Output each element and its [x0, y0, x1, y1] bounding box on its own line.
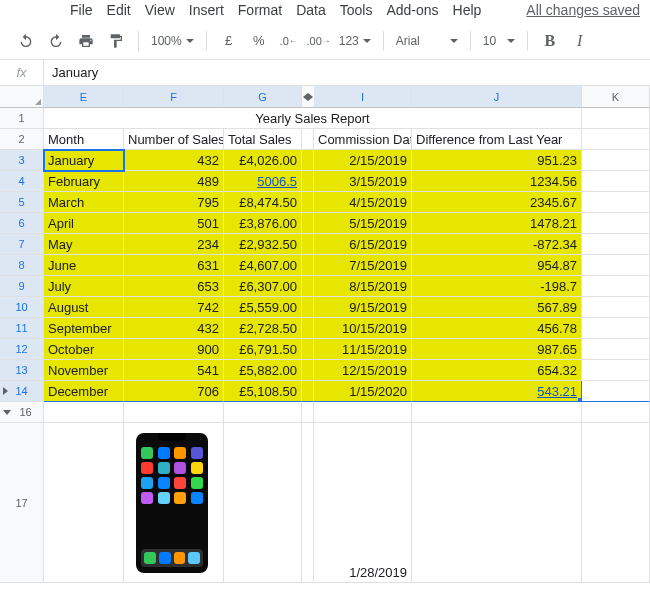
cell-total-sales[interactable]: £5,108.50 [224, 381, 302, 402]
cell-total-sales[interactable]: 5006.5 [224, 171, 302, 192]
cell[interactable] [582, 423, 650, 583]
format-currency-button[interactable]: £ [215, 27, 243, 55]
header-difference[interactable]: Difference from Last Year [412, 129, 582, 150]
cell-commission-date[interactable]: 3/15/2019 [314, 171, 412, 192]
cell-gap[interactable] [302, 423, 314, 583]
selection-handle[interactable] [578, 398, 582, 402]
cell-num-sales[interactable]: 541 [124, 360, 224, 381]
row-header-5[interactable]: 5 [0, 192, 44, 213]
cell-difference[interactable]: 567.89 [412, 297, 582, 318]
select-all-corner[interactable] [0, 86, 44, 108]
row-header-11[interactable]: 11 [0, 318, 44, 339]
print-button[interactable] [72, 27, 100, 55]
row-header-17[interactable]: 17 [0, 423, 44, 583]
cell[interactable] [224, 402, 302, 423]
row-group-toggle-icon[interactable] [3, 410, 11, 415]
more-formats-dropdown[interactable]: 123 [335, 29, 375, 53]
cell-link[interactable]: 5006.5 [257, 174, 297, 189]
cell-difference[interactable]: 456.78 [412, 318, 582, 339]
cell-commission-date[interactable]: 11/15/2019 [314, 339, 412, 360]
row-collapse-icon[interactable] [3, 387, 8, 395]
header-commission-date[interactable]: Commission Date [314, 129, 412, 150]
cell[interactable] [224, 423, 302, 583]
cell-difference[interactable]: 654.32 [412, 360, 582, 381]
cell-total-sales[interactable]: £2,728.50 [224, 318, 302, 339]
header-num-sales[interactable]: Number of Sales [124, 129, 224, 150]
menu-format[interactable]: Format [238, 2, 282, 18]
cell-total-sales[interactable]: £5,882.00 [224, 360, 302, 381]
cell-gap[interactable] [302, 276, 314, 297]
cell-month[interactable]: March [44, 192, 124, 213]
cell[interactable] [582, 108, 650, 129]
redo-button[interactable] [42, 27, 70, 55]
cell-commission-date[interactable]: 6/15/2019 [314, 234, 412, 255]
cell-total-sales[interactable]: £2,932.50 [224, 234, 302, 255]
menu-file[interactable]: File [70, 2, 93, 18]
col-header-e[interactable]: E [44, 86, 124, 108]
cell-difference[interactable]: 951.23 [412, 150, 582, 171]
cell-num-sales[interactable]: 631 [124, 255, 224, 276]
cell-month[interactable]: August [44, 297, 124, 318]
row-header-13[interactable]: 13 [0, 360, 44, 381]
undo-button[interactable] [12, 27, 40, 55]
cell[interactable] [44, 402, 124, 423]
cell-gap[interactable] [302, 234, 314, 255]
menu-edit[interactable]: Edit [107, 2, 131, 18]
col-header-f[interactable]: F [124, 86, 224, 108]
cell[interactable] [582, 360, 650, 381]
cell-gap[interactable] [302, 381, 314, 402]
font-family-dropdown[interactable]: Arial [392, 29, 462, 53]
cell-difference[interactable]: -198.7 [412, 276, 582, 297]
col-header-j[interactable]: J [412, 86, 582, 108]
menu-tools[interactable]: Tools [340, 2, 373, 18]
cell-commission-date[interactable]: 5/15/2019 [314, 213, 412, 234]
cell-total-sales[interactable]: £3,876.00 [224, 213, 302, 234]
cell[interactable] [412, 423, 582, 583]
cell-month[interactable]: November [44, 360, 124, 381]
cell-total-sales[interactable]: £6,307.00 [224, 276, 302, 297]
row-header-7[interactable]: 7 [0, 234, 44, 255]
cell[interactable] [582, 276, 650, 297]
row-header-2[interactable]: 2 [0, 129, 44, 150]
cell-difference[interactable]: 987.65 [412, 339, 582, 360]
col-header-g[interactable]: G [224, 86, 302, 108]
cell-extra-date[interactable]: 1/28/2019 [314, 423, 412, 583]
cell-total-sales[interactable]: £6,791.50 [224, 339, 302, 360]
cell[interactable] [124, 402, 224, 423]
cell-gap[interactable] [302, 339, 314, 360]
cell-difference[interactable]: 954.87 [412, 255, 582, 276]
cell[interactable] [582, 234, 650, 255]
font-size-dropdown[interactable]: 10 [479, 29, 519, 53]
cell[interactable] [314, 402, 412, 423]
cell-num-sales[interactable]: 432 [124, 150, 224, 171]
cell-difference[interactable]: 543.21 [412, 381, 582, 402]
paint-format-button[interactable] [102, 27, 130, 55]
row-header-8[interactable]: 8 [0, 255, 44, 276]
bold-button[interactable]: B [536, 27, 564, 55]
row-header-10[interactable]: 10 [0, 297, 44, 318]
cell[interactable] [582, 171, 650, 192]
cell[interactable] [582, 381, 650, 402]
cell-month[interactable]: May [44, 234, 124, 255]
cell-commission-date[interactable]: 7/15/2019 [314, 255, 412, 276]
cell-month[interactable]: December [44, 381, 124, 402]
cell-gap[interactable] [302, 255, 314, 276]
cell-num-sales[interactable]: 432 [124, 318, 224, 339]
menu-insert[interactable]: Insert [189, 2, 224, 18]
cell-num-sales[interactable]: 795 [124, 192, 224, 213]
cell-commission-date[interactable]: 12/15/2019 [314, 360, 412, 381]
row-header-1[interactable]: 1 [0, 108, 44, 129]
increase-decimal-button[interactable]: .00→ [305, 27, 333, 55]
hidden-columns-indicator[interactable] [302, 86, 314, 108]
decrease-decimal-button[interactable]: .0← [275, 27, 303, 55]
menu-data[interactable]: Data [296, 2, 326, 18]
cell-commission-date[interactable]: 2/15/2019 [314, 150, 412, 171]
cell-gap[interactable] [302, 360, 314, 381]
cell-difference[interactable]: 2345.67 [412, 192, 582, 213]
cell-month[interactable]: October [44, 339, 124, 360]
cell-num-sales[interactable]: 234 [124, 234, 224, 255]
menu-addons[interactable]: Add-ons [386, 2, 438, 18]
cell-month[interactable]: January [44, 150, 124, 171]
cell-gap[interactable] [302, 402, 314, 423]
cell[interactable] [582, 297, 650, 318]
